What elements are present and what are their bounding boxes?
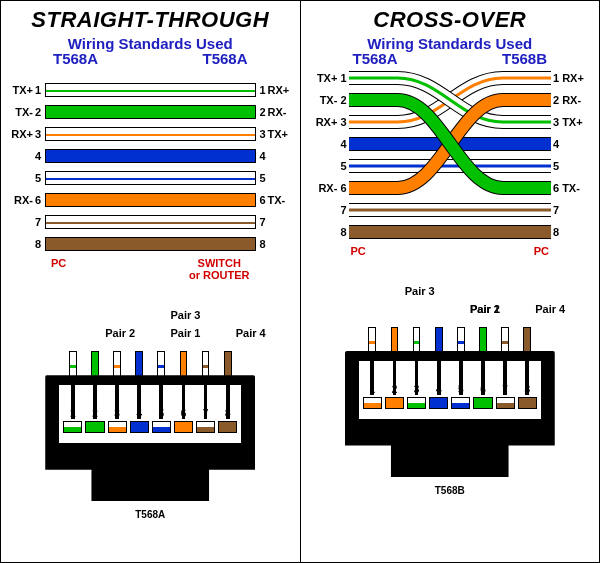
device-left: PC <box>351 245 366 257</box>
device-left: PC <box>51 257 66 281</box>
wire-row: RX-66TX- <box>11 189 290 211</box>
wires-straight: TX+11RX+TX-22RX-RX+33TX+4455RX-66TX-7788 <box>11 79 290 255</box>
diagram-container: STRAIGHT-THROUGH Wiring Standards Used T… <box>0 0 600 563</box>
rj45-pin: 4 <box>429 361 448 415</box>
pair-label: Pair 3 <box>405 285 435 297</box>
rj45-pin: 3 <box>108 385 127 439</box>
rj45-pin: 6 <box>473 361 492 415</box>
rj45-pin: 2 <box>85 385 104 439</box>
standards-row: T568A T568B <box>311 50 590 67</box>
std-right: T568B <box>502 50 547 67</box>
std-left: T568A <box>353 50 398 67</box>
devices-row: PC PC <box>311 243 590 257</box>
panel-title: CROSS-OVER <box>311 7 590 33</box>
pair-label: Pair 1 <box>171 327 201 339</box>
rj45-pin: 6 <box>174 385 193 439</box>
rj45-pin: 8 <box>218 385 237 439</box>
rj45-pin: 7 <box>496 361 515 415</box>
rj45-pin: 5 <box>152 385 171 439</box>
wires-crossover: TX+1TX-2RX+345RX-678 1RX+2RX-3TX+456TX-7… <box>311 67 590 243</box>
pair-label: Pair 1 <box>470 303 500 315</box>
pair-label: Pair 3 <box>171 309 201 321</box>
rj45-pin: 5 <box>451 361 470 415</box>
cross-over-panel: CROSS-OVER Wiring Standards Used T568A T… <box>301 1 600 562</box>
rj45-pin: 4 <box>130 385 149 439</box>
rj45-jack-icon: 12345678 <box>45 351 255 501</box>
rj45-pin: 2 <box>385 361 404 415</box>
wire-row: 88 <box>11 233 290 255</box>
panel-title: STRAIGHT-THROUGH <box>11 7 290 33</box>
rj45-pin: 1 <box>363 361 382 415</box>
rj45-pin: 7 <box>196 385 215 439</box>
wire-row: 55 <box>11 167 290 189</box>
rj45-pin: 3 <box>407 361 426 415</box>
std-right: T568A <box>202 50 247 67</box>
device-right: PC <box>534 245 549 257</box>
connector-standard-label: T568A <box>11 509 290 520</box>
standards-row: T568A T568A <box>11 50 290 67</box>
connector-standard-label: T568B <box>311 485 590 496</box>
rj45-jack-icon: 12345678 <box>345 327 555 477</box>
wire-row: 44 <box>11 145 290 167</box>
device-right: SWITCH or ROUTER <box>189 257 250 281</box>
pair-label: Pair 4 <box>236 327 266 339</box>
wire-row: TX-22RX- <box>11 101 290 123</box>
wire-row: RX+33TX+ <box>11 123 290 145</box>
connector-t568b: Pair 3Pair 2Pair 1Pair 4 12345678 T568B <box>311 279 590 489</box>
rj45-pin: 1 <box>63 385 82 439</box>
rj45-pin: 8 <box>518 361 537 415</box>
pair-label: Pair 4 <box>535 303 565 315</box>
wire-row: 77 <box>11 211 290 233</box>
std-left: T568A <box>53 50 98 67</box>
pair-label: Pair 2 <box>105 327 135 339</box>
connector-t568a: Pair 2Pair 3Pair 1Pair 4 12345678 T568A <box>11 303 290 513</box>
straight-through-panel: STRAIGHT-THROUGH Wiring Standards Used T… <box>1 1 301 562</box>
wire-row: TX+11RX+ <box>11 79 290 101</box>
devices-row: PC SWITCH or ROUTER <box>11 255 290 281</box>
